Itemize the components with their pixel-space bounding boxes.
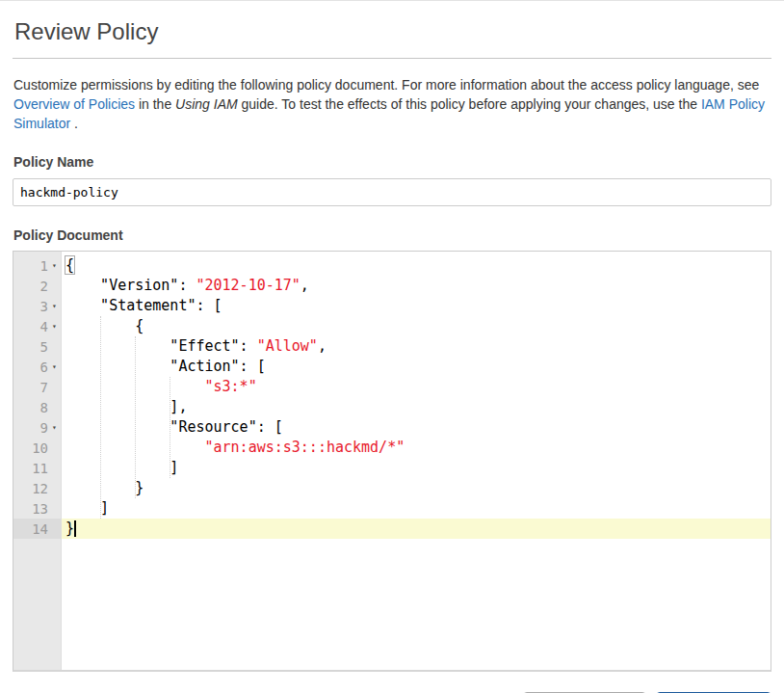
code-token: "Effect": (65, 337, 257, 355)
gutter-line-number: 6▾ (13, 357, 61, 377)
policy-document-editor[interactable]: 1▾23▾4▾56▾789▾1011121314 { "Version": "2… (13, 251, 771, 672)
gutter-line-number: 10 (13, 438, 61, 458)
editor-code[interactable]: { "Version": "2012-10-17", "Statement": … (62, 252, 771, 670)
code-token: { (65, 317, 144, 334)
line-number: 4 (40, 319, 48, 334)
code-token: "Resource": [ (65, 418, 283, 436)
code-line: ] (62, 498, 771, 519)
title-divider (13, 58, 771, 59)
code-token: ] (65, 499, 109, 517)
line-number: 14 (32, 521, 48, 537)
code-token: { (65, 255, 75, 275)
code-token: "Action": [ (65, 358, 266, 375)
gutter-line-number: 3▾ (13, 296, 61, 316)
policy-name-input[interactable] (13, 178, 771, 206)
code-token: ], (65, 398, 187, 415)
code-token: , (301, 277, 309, 294)
code-token (65, 378, 205, 395)
code-line: ], (62, 397, 771, 417)
line-number: 12 (32, 481, 48, 496)
gutter-line-number: 12 (13, 478, 61, 498)
code-line: "s3:*" (62, 377, 771, 397)
fold-toggle-icon[interactable]: ▾ (48, 357, 61, 377)
gutter-line-number: 7 (13, 377, 61, 397)
line-number: 6 (40, 360, 48, 375)
line-number: 1 (40, 258, 48, 274)
code-line: { (62, 316, 771, 336)
code-token: } (65, 479, 144, 496)
gutter-line-number: 11 (13, 458, 61, 478)
text-cursor (74, 520, 76, 537)
line-number: 8 (40, 400, 48, 415)
code-string-token: "s3:*" (205, 378, 257, 395)
line-number: 11 (32, 461, 48, 476)
code-line: "Resource": [ (62, 417, 771, 438)
fold-toggle-icon[interactable]: ▾ (48, 255, 61, 276)
code-line: "Statement": [ (62, 296, 771, 316)
code-line: ] (62, 458, 771, 478)
code-token: "Statement": [ (65, 297, 222, 314)
line-number: 5 (40, 339, 48, 355)
intro-part-1: Customize permissions by editing the fol… (13, 77, 759, 93)
code-token (65, 439, 205, 456)
intro-part-2: in the (135, 96, 175, 112)
overview-of-policies-link[interactable]: Overview of Policies (13, 96, 135, 112)
page-title: Review Policy (14, 18, 771, 58)
code-token: ] (65, 459, 178, 476)
fold-toggle-icon[interactable]: ▾ (48, 417, 61, 438)
line-number: 7 (40, 380, 48, 395)
code-token: , (318, 337, 327, 355)
code-line: "Effect": "Allow", (62, 336, 771, 357)
line-number: 13 (32, 501, 48, 517)
gutter-line-number: 1▾ (13, 255, 61, 276)
using-iam-guide-name: Using IAM (175, 96, 238, 112)
code-token: "Version": (65, 277, 196, 294)
intro-text: Customize permissions by editing the fol… (13, 75, 771, 133)
intro-part-3: guide. To test the effects of this polic… (238, 96, 701, 112)
fold-toggle-icon[interactable]: ▾ (48, 296, 61, 316)
gutter-line-number: 2 (13, 276, 61, 296)
code-string-token: "arn:aws:s3:::hackmd/*" (205, 439, 405, 456)
line-number: 2 (40, 279, 48, 294)
code-line: "Action": [ (62, 357, 771, 377)
code-token: } (65, 520, 74, 537)
code-line: } (62, 478, 771, 498)
code-line: "Version": "2012-10-17", (62, 276, 771, 296)
line-number: 9 (40, 420, 48, 436)
intro-part-4: . (70, 116, 78, 131)
code-line: } (62, 519, 771, 539)
code-string-token: "2012-10-17" (196, 277, 300, 294)
line-number: 3 (40, 299, 48, 314)
fold-toggle-icon[interactable]: ▾ (48, 316, 61, 336)
gutter-line-number: 8 (13, 397, 61, 417)
gutter-line-number: 9▾ (13, 417, 61, 438)
code-line: { (62, 255, 771, 276)
review-policy-page: Review Policy Customize permissions by e… (0, 1, 784, 693)
policy-name-label: Policy Name (13, 154, 771, 170)
gutter-line-number: 13 (13, 498, 61, 519)
editor-gutter: 1▾23▾4▾56▾789▾1011121314 (13, 252, 62, 670)
gutter-line-number: 4▾ (13, 316, 61, 336)
code-string-token: "Allow" (257, 337, 318, 355)
gutter-line-number: 5 (13, 336, 61, 357)
gutter-line-number: 14 (13, 519, 61, 539)
policy-document-label: Policy Document (13, 227, 771, 243)
code-line: "arn:aws:s3:::hackmd/*" (62, 438, 771, 458)
line-number: 10 (32, 440, 48, 456)
